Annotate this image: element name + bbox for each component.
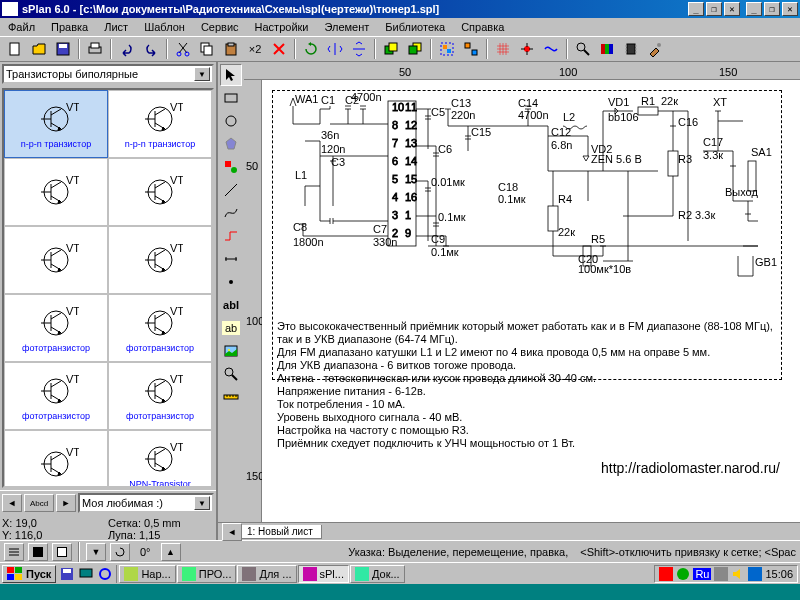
text-tool[interactable]: abI bbox=[220, 294, 242, 316]
linecolor-button[interactable] bbox=[28, 543, 48, 561]
taskbar-task[interactable]: Для ... bbox=[237, 565, 296, 583]
palette-item[interactable]: VT? bbox=[4, 430, 108, 488]
ungroup-button[interactable] bbox=[460, 38, 482, 60]
menu-element[interactable]: Элемент bbox=[320, 20, 373, 34]
tray-icon[interactable] bbox=[714, 567, 728, 581]
ql-save-icon[interactable] bbox=[58, 565, 76, 583]
tools-button[interactable] bbox=[644, 38, 666, 60]
group-button[interactable] bbox=[436, 38, 458, 60]
mdi-close-button[interactable]: ✕ bbox=[782, 2, 798, 16]
textblock-tool[interactable]: ab bbox=[220, 317, 242, 339]
to-front-button[interactable] bbox=[380, 38, 402, 60]
new-button[interactable] bbox=[4, 38, 26, 60]
measure-tool[interactable] bbox=[220, 386, 242, 408]
print-button[interactable] bbox=[84, 38, 106, 60]
menu-settings[interactable]: Настройки bbox=[251, 20, 313, 34]
menu-service[interactable]: Сервис bbox=[197, 20, 243, 34]
palette-prev-button[interactable]: ◄ bbox=[2, 494, 22, 512]
minimize-button[interactable]: _ bbox=[688, 2, 704, 16]
snap-node-button[interactable] bbox=[516, 38, 538, 60]
zoom-button[interactable] bbox=[572, 38, 594, 60]
rubber-button[interactable] bbox=[540, 38, 562, 60]
curve-tool[interactable] bbox=[220, 202, 242, 224]
angle-up-button[interactable]: ▲ bbox=[161, 543, 181, 561]
angle-down-button[interactable]: ▼ bbox=[86, 543, 106, 561]
mirror-h-button[interactable] bbox=[324, 38, 346, 60]
delete-button[interactable] bbox=[268, 38, 290, 60]
chevron-down-icon[interactable]: ▼ bbox=[194, 496, 210, 510]
palette-item[interactable]: VT?n-p-n транзистор bbox=[4, 90, 108, 158]
dimension-tool[interactable] bbox=[220, 248, 242, 270]
palette-item[interactable]: VT?n-p-n транзистор bbox=[108, 90, 212, 158]
taskbar-task[interactable]: Док... bbox=[350, 565, 405, 583]
paste-button[interactable] bbox=[220, 38, 242, 60]
snap-grid-button[interactable] bbox=[492, 38, 514, 60]
library-button[interactable] bbox=[596, 38, 618, 60]
menu-library[interactable]: Библиотека bbox=[381, 20, 449, 34]
tab-prev-button[interactable]: ◄ bbox=[222, 523, 242, 541]
shapes-tool[interactable] bbox=[220, 156, 242, 178]
line-tool[interactable] bbox=[220, 179, 242, 201]
mirror-v-button[interactable] bbox=[348, 38, 370, 60]
fillcolor-button[interactable] bbox=[52, 543, 72, 561]
palette-item[interactable]: VT?NPN-Transistor bbox=[108, 430, 212, 488]
palette-item[interactable]: VT?фототранзистор bbox=[4, 294, 108, 362]
chip-button[interactable] bbox=[620, 38, 642, 60]
angle-rotate-button[interactable] bbox=[110, 543, 130, 561]
clock[interactable]: 15:06 bbox=[765, 568, 793, 580]
wire-tool[interactable] bbox=[220, 225, 242, 247]
close-button[interactable]: ✕ bbox=[724, 2, 740, 16]
taskbar-task[interactable]: ПРО... bbox=[177, 565, 237, 583]
palette-next-button[interactable]: ► bbox=[56, 494, 76, 512]
palette-abcd-button[interactable]: Abcd bbox=[24, 494, 54, 512]
drawing-canvas[interactable]: 1011 812 713 614 515 416 31 29 bbox=[262, 80, 800, 522]
palette-item[interactable]: VT? bbox=[108, 226, 212, 294]
polygon-tool[interactable] bbox=[220, 133, 242, 155]
tray-volume-icon[interactable] bbox=[731, 567, 745, 581]
node-tool[interactable] bbox=[220, 271, 242, 293]
image-tool[interactable] bbox=[220, 340, 242, 362]
palette-item[interactable]: VT? bbox=[4, 158, 108, 226]
mdi-restore-button[interactable]: ❐ bbox=[764, 2, 780, 16]
mdi-minimize-button[interactable]: _ bbox=[746, 2, 762, 16]
palette-item[interactable]: VT? bbox=[4, 226, 108, 294]
copy-button[interactable] bbox=[196, 38, 218, 60]
menu-help[interactable]: Справка bbox=[457, 20, 508, 34]
library-category-combo[interactable]: Транзисторы биполярные ▼ bbox=[2, 64, 214, 84]
zoom-tool[interactable] bbox=[220, 363, 242, 385]
taskbar-task[interactable]: Нар... bbox=[119, 565, 175, 583]
tray-icon[interactable] bbox=[659, 567, 673, 581]
palette-item[interactable]: VT?фототранзистор bbox=[4, 362, 108, 430]
palette-item[interactable]: VT? bbox=[108, 158, 212, 226]
tray-icon[interactable] bbox=[748, 567, 762, 581]
palette-item[interactable]: VT?фототранзистор bbox=[108, 294, 212, 362]
maximize-button[interactable]: ❐ bbox=[706, 2, 722, 16]
start-button[interactable]: Пуск bbox=[2, 565, 56, 583]
redo-button[interactable] bbox=[140, 38, 162, 60]
undo-button[interactable] bbox=[116, 38, 138, 60]
cut-button[interactable] bbox=[172, 38, 194, 60]
open-button[interactable] bbox=[28, 38, 50, 60]
ql-ie-icon[interactable] bbox=[96, 565, 114, 583]
duplicate-button[interactable]: ×2 bbox=[244, 38, 266, 60]
favorites-combo[interactable]: Моя любимая :) ▼ bbox=[78, 493, 214, 513]
rect-tool[interactable] bbox=[220, 87, 242, 109]
svg-rect-81 bbox=[638, 107, 658, 115]
taskbar-task[interactable]: sPl... bbox=[298, 565, 349, 583]
menu-sheet[interactable]: Лист bbox=[100, 20, 132, 34]
language-indicator[interactable]: Ru bbox=[693, 568, 711, 580]
chevron-down-icon[interactable]: ▼ bbox=[194, 67, 210, 81]
pointer-tool[interactable] bbox=[220, 64, 242, 86]
rotate-button[interactable] bbox=[300, 38, 322, 60]
menu-template[interactable]: Шаблон bbox=[140, 20, 189, 34]
linewidth-button[interactable] bbox=[4, 543, 24, 561]
menu-edit[interactable]: Правка bbox=[47, 20, 92, 34]
sheet-tab-1[interactable]: 1: Новый лист bbox=[238, 525, 322, 539]
circle-tool[interactable] bbox=[220, 110, 242, 132]
ql-desktop-icon[interactable] bbox=[77, 565, 95, 583]
palette-item[interactable]: VT?фототранзистор bbox=[108, 362, 212, 430]
tray-icon[interactable] bbox=[676, 567, 690, 581]
menu-file[interactable]: Файл bbox=[4, 20, 39, 34]
to-back-button[interactable] bbox=[404, 38, 426, 60]
save-button[interactable] bbox=[52, 38, 74, 60]
